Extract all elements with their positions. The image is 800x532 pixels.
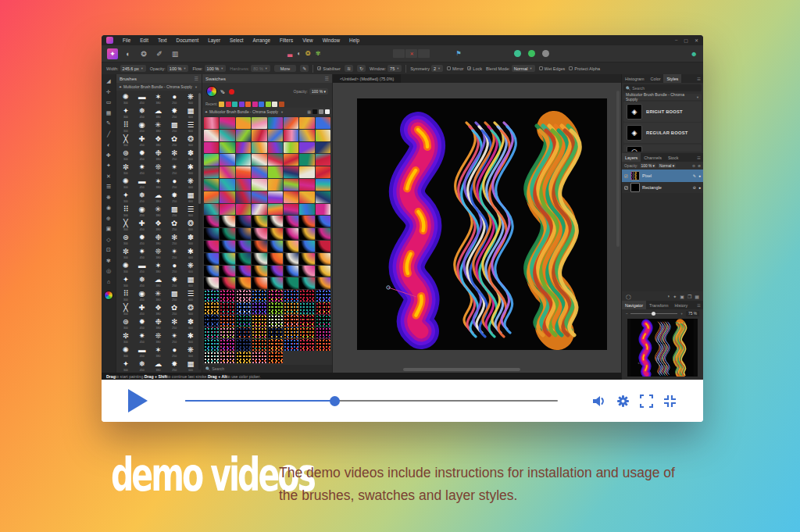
swatch[interactable] [299, 266, 314, 277]
brush-thumbnail[interactable]: ▬450 [134, 261, 150, 274]
swatch[interactable] [316, 290, 330, 302]
swatch[interactable] [299, 216, 314, 227]
brush-thumbnail[interactable]: ✱600 [183, 331, 198, 345]
swatch[interactable] [284, 339, 298, 351]
swatch[interactable] [268, 117, 283, 129]
layer-visibility-checkbox[interactable]: ✓ [624, 174, 628, 178]
brush-thumbnail[interactable]: ✼300 [118, 162, 134, 176]
swatch[interactable] [252, 142, 266, 154]
recent-swatch[interactable] [245, 102, 251, 107]
brush-thumbnail[interactable]: ☁380 [151, 191, 166, 204]
swatch[interactable] [299, 179, 314, 191]
artboard[interactable] [357, 98, 607, 350]
tool-icon-11[interactable]: ❋ [104, 193, 114, 202]
swatch[interactable] [252, 277, 266, 289]
layer-settings-icon[interactable]: ⊙ [692, 164, 695, 168]
brush-thumbnail[interactable]: ⊛300 [118, 148, 134, 162]
swatch[interactable] [299, 290, 314, 302]
panel-menu-icon[interactable]: ☰ [697, 303, 703, 308]
swatch[interactable] [299, 302, 314, 314]
swatch[interactable] [284, 315, 298, 327]
swatch[interactable] [268, 204, 283, 216]
swatch[interactable] [220, 302, 234, 314]
brush-thumbnail[interactable]: ☁380 [151, 359, 166, 373]
recent-swatch[interactable] [252, 102, 258, 107]
swatch[interactable] [316, 277, 330, 289]
brush-thumbnail[interactable]: ✿250 [166, 219, 182, 232]
volume-button[interactable] [592, 395, 606, 408]
swatch[interactable] [268, 179, 283, 191]
brush-thumbnail[interactable]: ❉380 [151, 233, 166, 246]
swatch[interactable] [284, 277, 298, 289]
brush-thumbnail[interactable]: ◉450 [134, 205, 150, 218]
brush-thumbnail[interactable]: ▦600 [183, 191, 198, 204]
brush-thumbnail[interactable]: ✸250 [166, 191, 182, 204]
menu-item-filters[interactable]: Filters [280, 37, 293, 43]
brush-thumbnail[interactable]: ❋600 [183, 177, 198, 190]
tool-icon-13[interactable]: ⊕ [104, 214, 114, 223]
grid-view-icon[interactable]: ▦ [307, 109, 311, 114]
swatch[interactable] [220, 166, 234, 178]
swatch[interactable] [204, 302, 219, 314]
brush-thumbnail[interactable]: ✹450 [134, 148, 150, 162]
swatch[interactable] [284, 327, 298, 339]
tab-navigator[interactable]: Navigator [622, 301, 646, 309]
swatch[interactable] [204, 204, 219, 216]
brush-thumbnail[interactable]: ✽600 [183, 233, 198, 246]
brush-thumbnail[interactable]: ☰600 [183, 289, 198, 302]
toolbar-icon-3[interactable]: ✾ [316, 50, 321, 57]
swatch[interactable] [236, 339, 251, 351]
tab-transform[interactable]: Transform [646, 301, 671, 309]
swatch[interactable] [236, 154, 251, 166]
progress-thumb[interactable] [330, 396, 340, 406]
swatch[interactable] [236, 277, 251, 289]
context-icon-button[interactable]: ≋ [345, 65, 353, 72]
brush-thumbnail[interactable]: ✦300 [118, 275, 134, 288]
fullscreen-button[interactable] [640, 395, 653, 408]
persona-button-1[interactable]: ◐ [123, 48, 134, 59]
recent-swatch[interactable] [272, 102, 277, 107]
play-button[interactable] [128, 389, 148, 412]
brush-thumbnail[interactable]: ✹450 [134, 317, 150, 330]
canvas-horizontal-scrollbar[interactable] [403, 368, 520, 371]
menu-item-arrange[interactable]: Arrange [253, 37, 270, 43]
swatch[interactable] [316, 166, 330, 178]
settings-gear-button[interactable] [616, 395, 630, 408]
field-value[interactable]: 80 %▼ [251, 65, 270, 72]
fx-icon[interactable]: ✦ [673, 294, 677, 299]
context-icon-button[interactable]: ↻ [357, 65, 366, 72]
group-icon[interactable]: ❐ [688, 294, 691, 299]
brush-thumbnail[interactable]: ❋600 [183, 345, 198, 359]
swatch[interactable] [204, 327, 219, 339]
swatch[interactable] [220, 315, 234, 327]
brush-thumbnail[interactable]: ●250 [166, 345, 182, 359]
brush-thumbnail[interactable]: ☰600 [183, 120, 198, 134]
swatch[interactable] [252, 253, 266, 265]
brush-thumbnail[interactable]: ▩250 [166, 289, 182, 302]
brush-thumbnail[interactable]: ✶380 [151, 92, 166, 105]
tab-histogram[interactable]: Histogram [622, 74, 648, 83]
swatch[interactable] [284, 228, 298, 240]
swatch[interactable] [299, 117, 314, 129]
swatch[interactable] [252, 228, 266, 240]
checkbox-wet-edges[interactable]: Wet Edges [539, 66, 566, 71]
swatch[interactable] [236, 130, 251, 141]
snap-toggle-2[interactable] [418, 49, 430, 58]
brush-thumbnail[interactable]: ✻250 [166, 148, 182, 162]
menu-item-text[interactable]: Text [158, 37, 167, 43]
swatch[interactable] [299, 191, 314, 203]
brush-thumbnail[interactable]: ✼300 [118, 247, 134, 260]
tool-icon-17[interactable]: ✾ [104, 256, 114, 266]
swatch[interactable] [236, 302, 251, 314]
swatch[interactable] [220, 327, 234, 339]
brush-thumbnail[interactable]: ✼300 [118, 331, 134, 345]
brush-thumbnail[interactable]: ▦600 [183, 275, 198, 288]
brush-thumbnail[interactable]: ☰600 [183, 205, 198, 218]
swatch[interactable] [316, 142, 330, 154]
swatch[interactable] [268, 191, 283, 203]
tab-channels[interactable]: Channels [641, 153, 665, 162]
brush-thumbnail[interactable]: ❂600 [183, 134, 198, 148]
swatch[interactable] [268, 290, 283, 302]
swatch[interactable] [252, 179, 266, 191]
brush-thumbnail[interactable]: ❉380 [151, 317, 166, 330]
